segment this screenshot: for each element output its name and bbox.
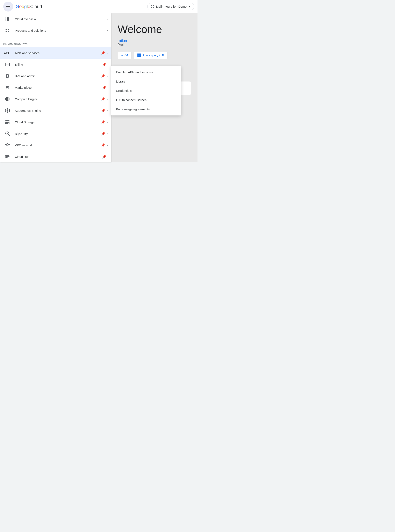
svg-rect-8 (5, 29, 7, 30)
chevron-right-icon: › (107, 29, 108, 32)
chevron-right-icon: › (107, 132, 108, 135)
svg-line-36 (8, 111, 9, 111)
sidebar-item-marketplace[interactable]: Marketplace 📌 (0, 82, 111, 93)
cloud-logo-text: Cloud (30, 4, 42, 9)
google-logo-text: Google (16, 4, 30, 9)
svg-point-43 (8, 122, 9, 122)
chevron-right-icon: › (107, 74, 108, 78)
api-icon: API (3, 49, 11, 57)
sidebar-item-label: IAM and admin (15, 74, 101, 78)
action-buttons: a VM + Run a query in B (111, 47, 198, 64)
pinned-products-label: PINNED PRODUCTS (0, 40, 111, 47)
project-selector[interactable]: Mail-Integration-Demo ▼ (147, 3, 194, 10)
svg-rect-51 (7, 145, 8, 146)
marketplace-icon (3, 83, 11, 92)
grid4-icon (3, 26, 11, 35)
svg-point-42 (8, 121, 9, 121)
sidebar-item-label: Products and solutions (15, 29, 107, 32)
cloudrun-icon (3, 153, 11, 161)
hamburger-icon (6, 5, 10, 8)
pin-icon: 📌 (101, 132, 105, 136)
vpc-icon (3, 141, 11, 149)
svg-line-46 (8, 135, 10, 136)
sidebar-item-label: Cloud overview (15, 17, 107, 21)
sidebar-item-label: Billing (15, 63, 102, 66)
svg-rect-10 (5, 31, 7, 32)
svg-rect-5 (5, 20, 6, 21)
svg-text:API: API (4, 51, 9, 55)
sidebar-item-bigquery[interactable]: BigQuery 📌 › (0, 128, 111, 139)
sidebar-item-cloud-overview[interactable]: Cloud overview › (0, 13, 111, 25)
query-button[interactable]: + Run a query in B (134, 52, 168, 59)
submenu-item-library[interactable]: Library (111, 77, 181, 86)
welcome-heading: Welcome (111, 13, 198, 39)
sidebar-item-label: BigQuery (15, 132, 101, 135)
sidebar-item-iam-admin[interactable]: IAM and admin 📌 › (0, 70, 111, 82)
kubernetes-icon (3, 106, 11, 115)
shield-icon (3, 72, 11, 80)
sidebar-item-products-solutions[interactable]: Products and solutions › (0, 25, 111, 36)
svg-rect-3 (5, 19, 6, 20)
header: Google Cloud Mail-Integration-Demo ▼ (0, 0, 198, 13)
pin-icon: 📌 (101, 109, 105, 113)
svg-rect-14 (5, 64, 10, 64)
pin-icon: 📌 (101, 120, 105, 124)
sidebar-item-compute-engine[interactable]: Compute Engine 📌 › (0, 93, 111, 105)
submenu-item-enabled-apis[interactable]: Enabled APIs and services (111, 67, 181, 77)
sidebar-item-billing[interactable]: Billing 📌 (0, 59, 111, 70)
bigquery-icon (3, 129, 11, 138)
svg-rect-11 (8, 31, 9, 32)
sidebar-item-cloud-run[interactable]: Cloud Run 📌 (0, 151, 111, 162)
sidebar-item-label: VPC network (15, 144, 101, 147)
svg-rect-52 (8, 144, 10, 145)
svg-line-56 (8, 145, 8, 146)
storage-icon (3, 118, 11, 126)
chevron-right-icon: › (107, 17, 108, 21)
sidebar-item-label: APIs and services (15, 51, 101, 55)
sidebar-item-kubernetes-engine[interactable]: Kubernetes Engine 📌 › (0, 105, 111, 116)
svg-line-38 (8, 110, 9, 111)
submenu-item-credentials[interactable]: Credentials (111, 86, 181, 95)
apis-services-submenu: Enabled APIs and services Library Creden… (111, 66, 181, 116)
google-cloud-logo: Google Cloud (16, 4, 42, 9)
grid-icon (3, 15, 11, 23)
menu-button[interactable] (3, 2, 13, 11)
chevron-right-icon: › (107, 51, 108, 55)
sidebar-item-cloud-storage[interactable]: Cloud Storage 📌 › (0, 116, 111, 128)
svg-rect-20 (6, 98, 8, 100)
svg-point-17 (6, 89, 7, 89)
billing-icon (3, 60, 11, 68)
svg-rect-49 (5, 144, 6, 145)
pin-icon: 📌 (102, 86, 106, 89)
pin-icon: 📌 (101, 143, 105, 147)
main-content: Cloud overview › Products and solutions … (0, 13, 198, 162)
svg-rect-2 (8, 17, 9, 18)
sidebar-item-apis-services[interactable]: API APIs and services 📌 › (0, 47, 111, 59)
svg-point-44 (8, 123, 9, 124)
sidebar: Cloud overview › Products and solutions … (0, 13, 111, 162)
sidebar-item-label: Cloud Run (15, 155, 102, 158)
svg-point-32 (7, 110, 8, 111)
submenu-item-page-usage[interactable]: Page usage agreements (111, 105, 181, 114)
svg-rect-9 (8, 29, 9, 30)
svg-rect-0 (5, 17, 6, 18)
svg-rect-50 (7, 143, 8, 144)
pin-icon: 📌 (102, 155, 106, 159)
sidebar-item-vpc-network[interactable]: VPC network 📌 › (0, 139, 111, 151)
svg-point-18 (8, 89, 9, 89)
submenu-item-oauth-consent[interactable]: OAuth consent screen (111, 95, 181, 105)
svg-rect-7 (8, 18, 9, 20)
project-name: Mail-Integration-Demo (156, 5, 187, 8)
pin-icon: 📌 (101, 74, 105, 78)
vm-button[interactable]: a VM (118, 52, 132, 59)
divider (0, 38, 111, 38)
sidebar-item-label: Cloud Storage (15, 120, 101, 124)
sidebar-item-label: Compute Engine (15, 97, 101, 101)
svg-point-15 (7, 75, 8, 76)
svg-line-54 (6, 145, 7, 146)
chevron-right-icon: › (107, 109, 108, 112)
plus-icon: + (137, 54, 141, 57)
project-icon (151, 5, 154, 8)
compute-icon (3, 95, 11, 103)
svg-line-55 (8, 144, 8, 145)
